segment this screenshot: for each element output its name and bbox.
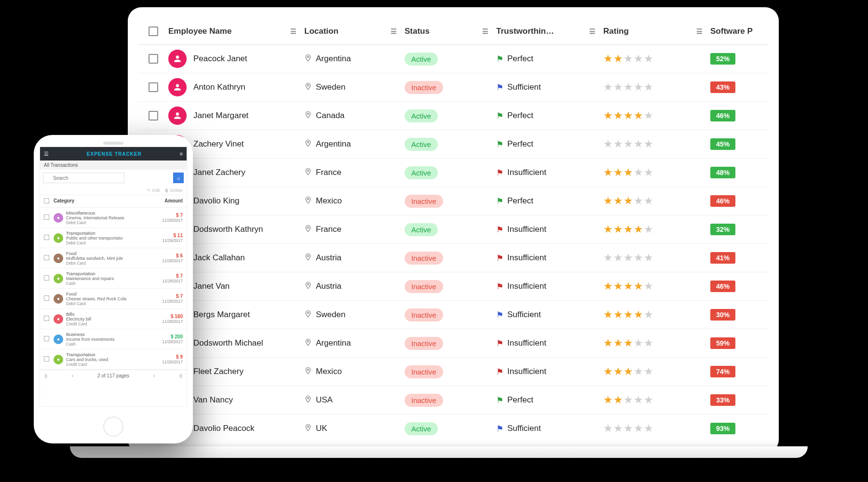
- col-header-status[interactable]: Status: [405, 27, 430, 36]
- payment-method: Debit Card: [66, 301, 152, 306]
- pager-last[interactable]: ›|: [179, 373, 182, 378]
- rating-stars[interactable]: ★★★★★: [603, 223, 654, 236]
- phone-table-header: Category Amount: [40, 195, 187, 208]
- software-badge: 41%: [710, 252, 735, 264]
- flag-icon: ⚑: [496, 253, 503, 263]
- transaction-date: 11/29/2017: [152, 238, 183, 243]
- category-icon: ●: [54, 314, 63, 324]
- filter-icon[interactable]: ☰: [391, 27, 397, 35]
- table-row[interactable]: Anton Kathryn Sweden Inactive ⚑ Sufficie…: [138, 73, 768, 102]
- pager-next[interactable]: ›: [153, 373, 155, 378]
- employee-name: Davolio King: [193, 196, 239, 206]
- row-checkbox[interactable]: [149, 111, 158, 120]
- search-input[interactable]: [43, 173, 124, 183]
- row-checkbox[interactable]: [44, 356, 49, 362]
- rating-stars[interactable]: ★★★★★: [603, 195, 654, 207]
- phone-col-category[interactable]: Category: [54, 198, 152, 204]
- table-row[interactable]: Zachery Vinet Argentina Active ⚑ Perfect…: [138, 130, 768, 159]
- filter-icon[interactable]: ☰: [589, 27, 596, 35]
- search-button[interactable]: ⌕: [173, 173, 184, 183]
- rating-stars[interactable]: ★★★★★: [603, 166, 654, 179]
- list-item[interactable]: ● Transportation Maintenance and repairs…: [40, 268, 187, 289]
- row-checkbox[interactable]: [44, 336, 49, 341]
- flag-icon: ⚑: [496, 196, 503, 206]
- table-row[interactable]: Van Nancy USA Inactive ⚑ Perfect ★★★★★ 3…: [138, 386, 768, 415]
- table-row[interactable]: Dodsworth Kathryn France Active ⚑ Insuff…: [138, 215, 768, 244]
- phone-home-button[interactable]: [103, 416, 123, 437]
- filter-icon[interactable]: ☰: [290, 27, 297, 35]
- payment-method: Cash: [66, 342, 152, 347]
- rating-stars[interactable]: ★★★★★: [603, 138, 654, 150]
- menu-icon[interactable]: ☰: [44, 151, 49, 157]
- table-row[interactable]: Fleet Zachery Mexico Inactive ⚑ Insuffic…: [138, 358, 768, 386]
- row-checkbox[interactable]: [44, 214, 49, 220]
- row-checkbox[interactable]: [149, 82, 158, 92]
- phone-col-amount[interactable]: Amount: [152, 198, 183, 204]
- row-checkbox[interactable]: [44, 295, 49, 301]
- status-badge: Inactive: [405, 280, 443, 293]
- filter-icon[interactable]: ☰: [696, 27, 703, 35]
- row-checkbox[interactable]: [44, 255, 49, 260]
- col-header-trust[interactable]: Trustworthin…: [496, 27, 554, 36]
- transaction-date: 11/28/2017: [152, 258, 183, 263]
- trust-text: Insufficient: [507, 338, 546, 348]
- rating-stars[interactable]: ★★★★★: [603, 280, 654, 293]
- table-row[interactable]: Dodsworth Michael Argentina Inactive ⚑ I…: [138, 329, 768, 358]
- col-header-software[interactable]: Software P: [710, 27, 753, 36]
- pager-first[interactable]: |‹: [45, 373, 48, 378]
- list-item[interactable]: ● Transportation Public and other transp…: [40, 228, 187, 248]
- filter-icon[interactable]: ☰: [482, 27, 488, 35]
- row-checkbox[interactable]: [44, 275, 49, 281]
- table-row[interactable]: Bergs Margaret Sweden Inactive ⚑ Suffici…: [138, 301, 768, 329]
- status-badge: Inactive: [405, 195, 443, 208]
- row-checkbox[interactable]: [44, 235, 49, 240]
- trust-text: Insufficient: [507, 281, 546, 291]
- rating-stars[interactable]: ★★★★★: [603, 81, 654, 94]
- table-row[interactable]: Davolio Peacock UK Active ⚑ Sufficient ★…: [138, 415, 768, 442]
- rating-stars[interactable]: ★★★★★: [603, 252, 654, 264]
- grid-header-row: Employee Name☰ Location☰ Status☰ Trustwo…: [138, 18, 768, 45]
- more-icon[interactable]: ≡: [180, 151, 183, 157]
- category-icon: ●: [54, 335, 63, 344]
- col-header-rating[interactable]: Rating: [603, 27, 629, 36]
- location-pin-icon: [304, 253, 312, 263]
- category-name: Bills: [66, 311, 152, 317]
- col-header-location[interactable]: Location: [304, 27, 339, 36]
- payment-method: Debit Card: [66, 220, 152, 225]
- table-row[interactable]: Peacock Janet Argentina Active ⚑ Perfect…: [138, 45, 768, 73]
- rating-stars[interactable]: ★★★★★: [603, 109, 654, 122]
- row-checkbox[interactable]: [44, 316, 49, 321]
- rating-stars[interactable]: ★★★★★: [603, 53, 654, 65]
- avatar: [168, 78, 187, 96]
- location-text: Sweden: [316, 310, 345, 320]
- select-all-checkbox[interactable]: [149, 27, 158, 36]
- list-item[interactable]: ● Food Cheese straws, Red Rock Cola Debi…: [40, 289, 187, 309]
- list-item[interactable]: ● Transportation Cars and trucks, used C…: [40, 349, 187, 370]
- edit-button[interactable]: ✎ Edit: [147, 188, 160, 193]
- transaction-date: 11/29/2017: [152, 218, 183, 223]
- rating-stars[interactable]: ★★★★★: [603, 308, 654, 321]
- svg-point-1: [307, 84, 309, 86]
- rating-stars[interactable]: ★★★★★: [603, 394, 654, 406]
- app-title: EXPENSE TRACKER: [87, 151, 142, 157]
- list-item[interactable]: ● Miscellaneous Cinema, International Re…: [40, 208, 187, 228]
- rating-stars[interactable]: ★★★★★: [603, 365, 654, 378]
- status-badge: Active: [405, 53, 438, 66]
- row-checkbox[interactable]: [149, 54, 158, 64]
- list-item[interactable]: ● Business Income from investments Cash …: [40, 329, 187, 349]
- col-header-name[interactable]: Employee Name: [168, 27, 231, 36]
- pager-prev[interactable]: ‹: [72, 373, 73, 378]
- employee-name: Bergs Margaret: [193, 310, 250, 320]
- location-text: Mexico: [316, 196, 342, 206]
- table-row[interactable]: Janet Zachery France Active ⚑ Insufficie…: [138, 159, 768, 187]
- delete-button[interactable]: 🗑 Delete: [164, 188, 183, 193]
- table-row[interactable]: Jack Callahan Austria Inactive ⚑ Insuffi…: [138, 244, 768, 272]
- list-item[interactable]: ● Food Muffuletta sandwich, Mint jule De…: [40, 248, 187, 268]
- table-row[interactable]: Janet Van Austria Inactive ⚑ Insufficien…: [138, 272, 768, 301]
- rating-stars[interactable]: ★★★★★: [603, 337, 654, 349]
- rating-stars[interactable]: ★★★★★: [603, 422, 654, 435]
- table-row[interactable]: Davolio King Mexico Inactive ⚑ Perfect ★…: [138, 187, 768, 215]
- phone-select-all[interactable]: [44, 198, 49, 203]
- list-item[interactable]: ● Bills Electricity bill Credit Card $ 1…: [40, 309, 187, 329]
- table-row[interactable]: Janet Margaret Canada Active ⚑ Perfect ★…: [138, 102, 768, 130]
